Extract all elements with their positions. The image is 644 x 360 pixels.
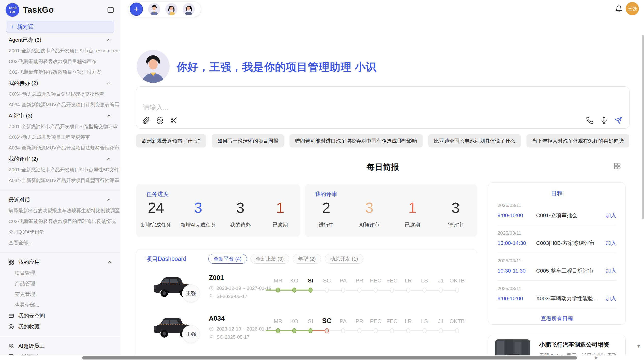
- stat-review-overdue[interactable]: 1 已逾期: [397, 200, 428, 228]
- schedule-item[interactable]: 2025/03/11 9:00-10:00 X003-车辆动力学性能验... 加…: [497, 281, 616, 308]
- milestone-dot[interactable]: [341, 288, 345, 293]
- project-row-a034[interactable]: 王强 A034 2023-12-19 ~ 2026-01-19 SC-2025-…: [136, 310, 477, 351]
- milestone-dot[interactable]: [455, 288, 459, 293]
- milestone-dot-done[interactable]: [292, 288, 296, 293]
- stat-pending-review[interactable]: 3 待评审: [440, 200, 471, 228]
- schedule-item[interactable]: 2025/03/11 9:00-10:00 C001-立项审批会 加入: [497, 198, 616, 225]
- milestone-dot[interactable]: [455, 328, 459, 333]
- sidebar-item-view-all[interactable]: 查看全部...: [0, 237, 120, 248]
- sidebar-group-my-review[interactable]: 我的评审 (2): [0, 153, 120, 164]
- scissors-icon[interactable]: [170, 117, 178, 124]
- chevron-up-icon[interactable]: [106, 81, 111, 86]
- tab-year-model[interactable]: 年型 (2): [293, 254, 321, 264]
- agent-avatar-2[interactable]: [165, 3, 178, 15]
- suggestion-chip[interactable]: 当下年轻人对汽车外观有怎样的喜好趋势: [526, 134, 629, 147]
- sidebar-group-recent-chats[interactable]: 最近对话: [0, 194, 120, 205]
- milestone-dot[interactable]: [374, 328, 378, 333]
- suggestion-chip[interactable]: 特朗普可能对进口汽车增税会对中国车企造成哪些影响: [289, 134, 423, 147]
- schedule-item[interactable]: 2025/03/11 13:00-14:30 C003|H0B-方案冻结评审 加…: [497, 225, 616, 253]
- chat-input[interactable]: [143, 103, 524, 111]
- agent-avatar-1[interactable]: [148, 3, 160, 15]
- sidebar-item-favorites[interactable]: 我的收藏: [0, 321, 120, 332]
- agent-avatar-3[interactable]: [183, 3, 195, 15]
- sidebar-item-project-mgmt[interactable]: 项目管理: [0, 267, 120, 278]
- microphone-icon[interactable]: [600, 117, 608, 124]
- milestone-dot-done[interactable]: [309, 288, 313, 293]
- attachment-icon[interactable]: [142, 117, 150, 124]
- chevron-up-icon[interactable]: [107, 260, 112, 265]
- notification-bell-icon[interactable]: [615, 5, 623, 13]
- sidebar-item[interactable]: C02-飞腾新能源轻客改款项目立项汇报方案: [0, 67, 120, 78]
- sidebar-collapse-icon[interactable]: [107, 6, 114, 14]
- sidebar-item-cloud-space[interactable]: 我的云空间: [0, 310, 120, 321]
- stat-ai-prereview[interactable]: 3 AI预评审: [354, 200, 385, 228]
- horizontal-scrollbar[interactable]: [82, 356, 577, 359]
- milestone-dot[interactable]: [422, 288, 427, 293]
- milestone-dot[interactable]: [390, 328, 394, 333]
- sidebar-item-view-all-apps[interactable]: 查看全部...: [0, 299, 120, 310]
- scroll-down-arrow-icon[interactable]: ▼: [636, 344, 641, 349]
- sidebar-item[interactable]: Z001-全新燃油轻卡产品开发项目SI造型提交物评审: [0, 121, 120, 132]
- sidebar-item[interactable]: C0X4-动力总成开发项目工程变更评审: [0, 132, 120, 143]
- sidebar-group-my-todo[interactable]: 我的待办 (2): [0, 78, 120, 89]
- suggestion-chip[interactable]: 欧洲新规最近颁布了什么?: [136, 134, 206, 147]
- chevron-up-icon[interactable]: [106, 156, 111, 161]
- new-chat-button[interactable]: + 新对话: [6, 21, 114, 33]
- join-link[interactable]: 加入: [606, 239, 616, 247]
- scroll-right-arrow-icon[interactable]: ▶: [595, 355, 598, 360]
- tab-new-body[interactable]: 全新上装 (3): [251, 254, 289, 264]
- join-link[interactable]: 加入: [606, 295, 616, 302]
- milestone-dot[interactable]: [357, 328, 361, 333]
- milestone-dot[interactable]: [406, 288, 410, 293]
- join-link[interactable]: 加入: [606, 267, 616, 274]
- tab-new-platform[interactable]: 全新平台 (4): [208, 254, 247, 264]
- sidebar-item[interactable]: 公司Q3轻卡销量: [0, 227, 120, 237]
- sidebar-group-ai-review[interactable]: AI评审 (3): [0, 110, 120, 121]
- project-row-z001[interactable]: 王强 Z001 2023-12-19 ~ 2027-01-19 SI-2025-…: [136, 270, 477, 310]
- sidebar-item-my-apps[interactable]: 我的应用: [0, 257, 120, 267]
- sidebar-item[interactable]: C0X4-动力总成开发项目SI里程碑提交物检查: [0, 89, 120, 99]
- schedule-item[interactable]: 2025/03/11 10:30-11:30 C005-整车工程目标评审 加入: [497, 253, 616, 281]
- sidebar-item-ai-employee[interactable]: AI超级员工: [0, 340, 120, 351]
- sidebar-item[interactable]: A034-全新新能源MUV产品开发项目法规符合性评审: [0, 143, 120, 153]
- image-upload-icon[interactable]: [156, 117, 164, 124]
- sidebar-item[interactable]: A034-全新新能源MUV产品开发项目计划变更表编写: [0, 99, 120, 110]
- suggestion-chip[interactable]: 比亚迪全固态电池计划具体说了什么: [428, 134, 521, 147]
- vertical-scrollbar[interactable]: [642, 35, 644, 219]
- milestone-dot[interactable]: [439, 328, 443, 333]
- milestone-dot[interactable]: [406, 328, 410, 333]
- milestone-dot[interactable]: [325, 288, 329, 293]
- sidebar-item-product-mgmt[interactable]: 产品管理: [0, 278, 120, 289]
- stat-in-progress[interactable]: 2 进行中: [311, 200, 342, 228]
- stat-new-ai-done[interactable]: 3 新增AI完成任务: [181, 200, 216, 228]
- sidebar-item[interactable]: C02-飞腾新能源轻客改款项目的闭环通告反馈情况: [0, 216, 120, 227]
- stat-new-done[interactable]: 24 新增完成任务: [141, 200, 171, 228]
- join-link[interactable]: 加入: [606, 212, 616, 219]
- sidebar-item[interactable]: C02-飞腾新能源轻客改款项目里程碑画布: [0, 56, 120, 67]
- milestone-dot-overdue[interactable]: [325, 328, 329, 333]
- sidebar-item[interactable]: 解释最新出台的欧盟报废车法规再生塑料比例被调至15%...: [0, 205, 120, 216]
- tab-powertrain[interactable]: 动总开发 (1): [325, 254, 363, 264]
- sidebar-item-change-mgmt[interactable]: 变更管理: [0, 289, 120, 299]
- sidebar-group-agent-done[interactable]: Agent已办 (3): [0, 34, 120, 46]
- suggestion-chip[interactable]: 如何写一份清晰的项目周报: [212, 134, 284, 147]
- phone-call-icon[interactable]: [586, 117, 594, 124]
- milestone-dot[interactable]: [439, 288, 443, 293]
- milestone-dot[interactable]: [374, 288, 378, 293]
- layout-grid-icon[interactable]: [613, 162, 621, 170]
- milestone-dot-done[interactable]: [309, 328, 313, 333]
- chevron-up-icon[interactable]: [106, 197, 111, 202]
- sidebar-item[interactable]: A034-全新新能源MUV产品开发项目造型可行性评审: [0, 175, 120, 186]
- sidebar-item[interactable]: Z001-全新燃油轻卡产品开发项目SI节点属性5D文件评审: [0, 164, 120, 175]
- stat-my-todo[interactable]: 3 我的待办: [225, 200, 256, 228]
- add-agent-button[interactable]: +: [130, 3, 143, 16]
- milestone-dot-done[interactable]: [276, 328, 280, 333]
- milestone-dot[interactable]: [422, 328, 427, 333]
- chevron-up-icon[interactable]: [106, 113, 111, 118]
- milestone-dot[interactable]: [341, 328, 345, 333]
- milestone-dot[interactable]: [390, 288, 394, 293]
- user-avatar[interactable]: 王强: [626, 2, 639, 15]
- send-icon[interactable]: [614, 117, 622, 124]
- view-all-schedule-link[interactable]: 查看所有日程: [497, 315, 616, 322]
- stat-overdue[interactable]: 1 已逾期: [265, 200, 296, 228]
